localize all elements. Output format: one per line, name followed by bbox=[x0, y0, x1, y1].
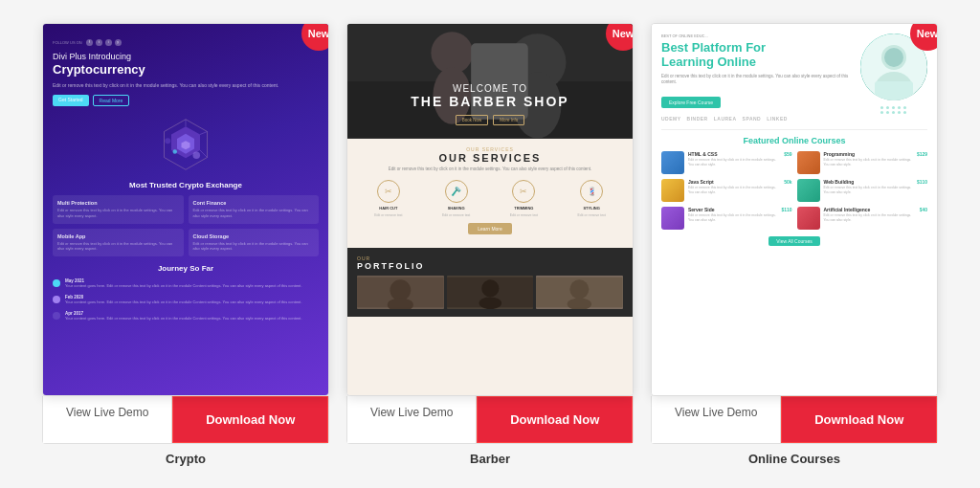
follow-dot-tw: t bbox=[96, 39, 102, 46]
barber-footer: View Live Demo Download Now bbox=[346, 396, 634, 444]
course-info-6: Artificial Intelligence Edit or remove t… bbox=[824, 207, 916, 223]
crypto-timeline: May 2021 Your content goes here. Edit or… bbox=[53, 278, 319, 322]
barber-services-grid: ✂ HAIR CUT Edit or remove text 🪒 SHAVING… bbox=[357, 180, 623, 217]
barber-portfolio: OUR PORTFOLIO bbox=[347, 248, 633, 317]
barber-service-text-3: Edit or remove text bbox=[510, 213, 538, 217]
feature-4-title: Cloud Storage bbox=[193, 233, 315, 239]
course-desc-5: Edit or remove this text by click on it … bbox=[688, 213, 777, 223]
crypto-cube bbox=[157, 116, 214, 173]
course-name-5: Server Side bbox=[688, 207, 777, 212]
crypto-preview: New FOLLOW US ON f t i y Divi Plus Intro… bbox=[42, 23, 329, 396]
crypto-demo-button[interactable]: View Live Demo bbox=[43, 396, 172, 443]
barber-service-3: ✂ TRIMMING Edit or remove text bbox=[493, 180, 556, 217]
barber-btn2: More Info bbox=[493, 115, 524, 125]
partner-1: UDEMY bbox=[661, 116, 681, 122]
svg-point-8 bbox=[193, 152, 201, 160]
course-info-1: HTML & CSS Edit or remove this text by c… bbox=[688, 151, 780, 167]
barber-portfolio-grid bbox=[357, 276, 623, 309]
crypto-btn1: Get Started bbox=[53, 95, 89, 106]
barber-services-title: OUR SERVICES bbox=[357, 152, 623, 164]
courses-partners: UDEMY BINDER LAUREA SPAND LINKED bbox=[661, 116, 927, 122]
feature-2-title: Cont Finance bbox=[193, 200, 315, 206]
barber-hero-buttons: Book Now More Info bbox=[347, 115, 633, 125]
course-price-2: $129 bbox=[917, 151, 927, 157]
course-info-4: Web Building Edit or remove this text by… bbox=[824, 179, 913, 195]
course-desc-3: Edit or remove this text by click on it … bbox=[688, 186, 780, 195]
course-desc-4: Edit or remove this text by click on it … bbox=[824, 186, 913, 195]
crypto-visual bbox=[53, 116, 319, 173]
svg-rect-30 bbox=[875, 81, 913, 100]
barber-hero: WELCOME TO THE BARBER SHOP Book Now More… bbox=[347, 24, 633, 139]
courses-demo-button[interactable]: View Live Demo bbox=[652, 396, 781, 443]
partner-3: LAUREA bbox=[714, 116, 737, 122]
course-item-3: Java Script Edit or remove this text by … bbox=[661, 179, 792, 202]
courses-grid: HTML & CSS Edit or remove this text by c… bbox=[661, 151, 927, 230]
timeline-dot-2 bbox=[53, 296, 60, 303]
crypto-follow-label: FOLLOW US ON bbox=[53, 40, 82, 45]
feature-1-text: Edit or remove this text by click on it … bbox=[57, 208, 179, 218]
course-name-4: Web Building bbox=[824, 179, 913, 185]
course-thumb-2 bbox=[797, 151, 820, 174]
svg-point-21 bbox=[481, 279, 499, 297]
courses-card: New BEST OF ONLINE EDUC... Best Platform… bbox=[651, 23, 938, 466]
courses-desc: Edit or remove this text by click on it … bbox=[661, 74, 860, 87]
timeline-item-1: May 2021 Your content goes here. Edit or… bbox=[53, 278, 319, 289]
barber-welcome: WELCOME TO bbox=[347, 83, 633, 94]
course-desc-6: Edit or remove this text by click on it … bbox=[824, 213, 916, 223]
crypto-btn2: Read More bbox=[93, 95, 130, 106]
course-name-1: HTML & CSS bbox=[688, 151, 780, 157]
barber-service-text-2: Edit or remove text bbox=[442, 213, 470, 217]
barber-demo-button[interactable]: View Live Demo bbox=[347, 396, 477, 443]
timeline-text-2: Your content goes here. Edit or remove t… bbox=[65, 299, 302, 305]
course-desc-2: Edit or remove this text by click on it … bbox=[824, 158, 913, 167]
barber-service-icon-3: ✂ bbox=[512, 180, 535, 203]
barber-download-button[interactable]: Download Now bbox=[480, 400, 629, 439]
timeline-item-3: Apr 2017 Your content goes here. Edit or… bbox=[53, 311, 319, 322]
barber-service-name-1: HAIR CUT bbox=[379, 206, 397, 211]
barber-card: New WELC bbox=[346, 23, 634, 466]
portfolio-img-3 bbox=[536, 276, 623, 309]
barber-service-text-4: Edit or remove text bbox=[577, 213, 605, 217]
feature-1-title: Multi Protection bbox=[57, 200, 179, 206]
svg-line-6 bbox=[200, 150, 208, 158]
timeline-item-2: Feb 2020 Your content goes here. Edit or… bbox=[53, 295, 319, 305]
courses-content: BEST OF ONLINE EDUC... Best Platform For… bbox=[652, 24, 937, 395]
feature-4-text: Edit or remove this text by click on it … bbox=[193, 241, 315, 252]
barber-service-icon-2: 🪒 bbox=[445, 180, 468, 203]
svg-point-29 bbox=[884, 48, 903, 67]
course-price-5: $110 bbox=[781, 207, 791, 212]
crypto-feature-4: Cloud Storage Edit or remove this text b… bbox=[189, 229, 320, 256]
timeline-dot-1 bbox=[53, 279, 60, 287]
timeline-text-1: Your content goes here. Edit or remove t… bbox=[65, 283, 302, 289]
barber-content: WELCOME TO THE BARBER SHOP Book Now More… bbox=[347, 24, 633, 395]
course-name-6: Artificial Intelligence bbox=[824, 207, 916, 212]
courses-view-button: View All Courses bbox=[768, 236, 819, 246]
courses-hero-text: BEST OF ONLINE EDUC... Best Platform For… bbox=[661, 33, 860, 117]
svg-point-7 bbox=[173, 150, 178, 155]
course-info-3: Java Script Edit or remove this text by … bbox=[688, 179, 780, 195]
portfolio-img-2 bbox=[447, 276, 534, 309]
crypto-headline: Cryptocurrency bbox=[53, 62, 319, 78]
barber-service-name-4: STYLING bbox=[583, 206, 599, 211]
crypto-section-title: Most Trusted Crypto Exchange bbox=[53, 181, 319, 189]
course-price-1: $59 bbox=[784, 151, 791, 157]
courses-label: Online Courses bbox=[748, 452, 840, 466]
barber-more-button: Learn More bbox=[468, 223, 512, 234]
course-thumb-3 bbox=[661, 179, 684, 202]
barber-service-name-2: SHAVING bbox=[448, 206, 465, 211]
svg-point-18 bbox=[390, 279, 411, 300]
barber-service-4: 💈 STYLING Edit or remove text bbox=[560, 180, 623, 217]
crypto-journey-title: Journey So Far bbox=[53, 264, 319, 273]
crypto-download-button[interactable]: Download Now bbox=[176, 400, 324, 439]
course-price-4: $110 bbox=[917, 179, 927, 185]
follow-dot-fb: f bbox=[86, 39, 93, 46]
crypto-card: New FOLLOW US ON f t i y Divi Plus Intro… bbox=[42, 23, 329, 466]
barber-shop-name: THE BARBER SHOP bbox=[347, 94, 633, 110]
courses-courses-label: Online Courses bbox=[782, 136, 846, 145]
partner-5: LINKED bbox=[767, 116, 788, 122]
courses-tag: BEST OF ONLINE EDUC... bbox=[661, 33, 860, 38]
courses-download-button[interactable]: Download Now bbox=[785, 400, 933, 439]
crypto-subtitle: Edit or remove this text by click on it … bbox=[53, 82, 319, 89]
crypto-feature-3: Mobile App Edit or remove this text by c… bbox=[53, 229, 184, 256]
svg-line-5 bbox=[200, 132, 208, 135]
